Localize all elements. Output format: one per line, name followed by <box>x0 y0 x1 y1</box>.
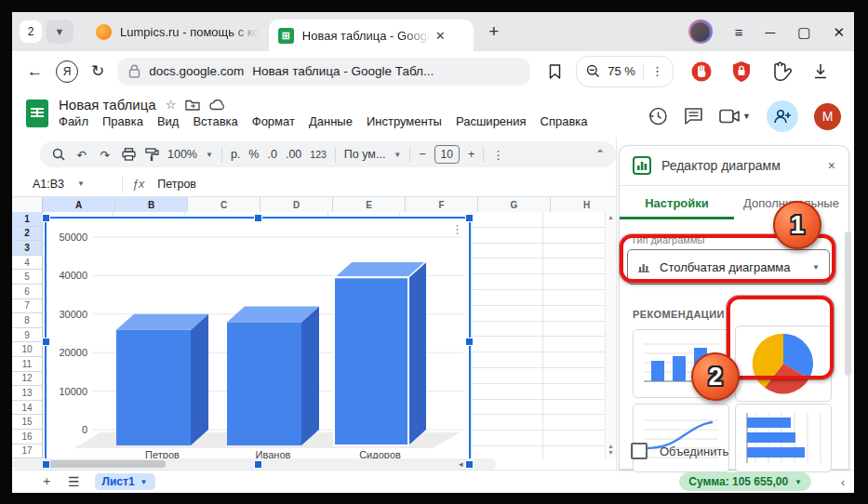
version-history-icon[interactable] <box>648 106 668 126</box>
browser-menu-icon[interactable]: ≡ <box>735 25 743 39</box>
combine-checkbox[interactable] <box>631 443 648 459</box>
decrease-font-size-button[interactable]: − <box>419 148 425 161</box>
new-tab-button[interactable]: + <box>481 19 507 45</box>
back-icon[interactable]: ← <box>27 62 43 81</box>
chart-resize-handle[interactable] <box>465 214 474 222</box>
column-header-E[interactable]: E <box>333 197 406 212</box>
combine-option[interactable]: Объединить <box>631 443 728 459</box>
horizontal-bar-chart-thumbnail[interactable] <box>735 404 832 472</box>
row-header-7[interactable]: 7 <box>12 299 42 314</box>
sheet-tab-list1[interactable]: Лист1 ▼ <box>95 473 155 490</box>
menu-Файл[interactable]: Файл <box>59 114 88 128</box>
currency-format-button[interactable]: р. <box>231 148 240 161</box>
row-header-3[interactable]: 3 <box>12 241 42 256</box>
window-minimize-button[interactable]: ─ <box>766 25 776 39</box>
chart-resize-handle[interactable] <box>42 338 50 346</box>
row-header-13[interactable]: 13 <box>12 386 42 401</box>
tab-close-icon[interactable]: ✕ <box>435 29 446 43</box>
row-header-4[interactable]: 4 <box>12 256 42 271</box>
vertical-scrollbar[interactable]: ▲ ▲▼ <box>605 212 616 458</box>
bookmark-icon[interactable] <box>547 63 563 80</box>
scroll-up-icon[interactable]: ▲ <box>608 214 614 220</box>
row-header-16[interactable]: 16 <box>12 430 42 444</box>
chart-resize-handle[interactable] <box>465 338 474 346</box>
embedded-chart[interactable]: 01000020000300004000050000ПетровИвановСи… <box>45 217 471 466</box>
column-header-C[interactable]: C <box>188 197 260 212</box>
document-title[interactable]: Новая таблица <box>59 97 156 113</box>
reload-icon[interactable]: ↻ <box>91 61 104 81</box>
menu-Формат[interactable]: Формат <box>252 114 295 128</box>
zoom-control[interactable]: 75 % ⋮ <box>576 56 674 87</box>
chart-resize-handle[interactable] <box>42 214 50 222</box>
account-avatar[interactable]: M <box>814 103 841 130</box>
row-header-2[interactable]: 2 <box>12 227 42 242</box>
chart-resize-handle[interactable] <box>465 460 474 469</box>
paint-format-icon[interactable] <box>144 148 159 162</box>
row-header-15[interactable]: 15 <box>12 415 42 430</box>
star-icon[interactable]: ☆ <box>166 98 177 112</box>
column-header-B[interactable]: B <box>115 197 188 212</box>
chart-more-icon[interactable]: ⋮ <box>451 222 464 236</box>
print-icon[interactable] <box>121 148 136 161</box>
name-box[interactable]: A1:B3 ▼ <box>12 178 113 191</box>
column-header-D[interactable]: D <box>260 197 333 212</box>
scrollbar-thumb[interactable] <box>42 460 166 468</box>
tab-lumpics[interactable]: Lumpics.ru - помощь с ко <box>87 12 269 51</box>
window-close-button[interactable]: ✕ <box>833 25 845 39</box>
move-folder-icon[interactable] <box>185 99 200 111</box>
browser-profile-avatar[interactable] <box>688 20 713 44</box>
increase-font-size-button[interactable]: + <box>468 148 474 161</box>
decrease-decimal-button[interactable]: .0 <box>267 148 276 161</box>
close-panel-icon[interactable]: × <box>828 158 835 173</box>
tab-list-chevron[interactable]: ▼ <box>46 20 73 44</box>
share-button[interactable] <box>767 100 798 132</box>
cloud-status-icon[interactable] <box>209 99 226 111</box>
formula-input[interactable]: Петров <box>157 178 196 191</box>
scroll-down-icon[interactable]: ▼ <box>608 449 614 457</box>
menu-Данные[interactable]: Данные <box>309 114 353 128</box>
collapse-toolbar-icon[interactable]: ⌃ <box>595 148 605 161</box>
yandex-browser-icon[interactable]: Я <box>56 60 78 83</box>
address-more-icon[interactable]: ⋮ <box>651 64 663 78</box>
row-header-6[interactable]: 6 <box>12 285 42 299</box>
gesture-hand-icon[interactable] <box>770 60 794 82</box>
select-all-corner[interactable] <box>12 197 43 212</box>
tab-settings[interactable]: Настройки <box>620 186 734 219</box>
increase-decimal-button[interactable]: .00 <box>286 148 301 161</box>
column-header-G[interactable]: G <box>478 197 551 212</box>
column-header-A[interactable]: A <box>43 197 115 212</box>
row-header-8[interactable]: 8 <box>12 313 42 328</box>
menu-Инструменты[interactable]: Инструменты <box>367 114 442 128</box>
font-size-input[interactable]: 10 <box>434 145 460 164</box>
menu-Вставка[interactable]: Вставка <box>193 114 237 128</box>
comments-icon[interactable] <box>684 107 703 126</box>
redo-icon[interactable]: ↷ <box>98 148 113 162</box>
security-shield-icon[interactable] <box>731 60 752 83</box>
row-header-9[interactable]: 9 <box>12 328 42 343</box>
number-format-button[interactable]: 123 <box>310 149 327 160</box>
window-maximize-button[interactable]: ▢ <box>797 25 810 39</box>
address-field[interactable]: docs.google.com Новая таблица - Google Т… <box>117 58 530 86</box>
menu-Правка[interactable]: Правка <box>102 114 143 128</box>
row-header-5[interactable]: 5 <box>12 270 42 285</box>
row-header-10[interactable]: 10 <box>12 342 42 357</box>
row-header-17[interactable]: 17 <box>12 444 42 459</box>
row-header-12[interactable]: 12 <box>12 372 42 387</box>
chart-resize-handle[interactable] <box>254 460 262 469</box>
column-header-H[interactable]: H <box>551 197 616 212</box>
line-chart-thumbnail[interactable] <box>633 404 729 472</box>
toolbar-more-icon[interactable]: ⋮ <box>492 148 504 162</box>
all-sheets-icon[interactable]: ☰ <box>68 474 80 489</box>
menu-Расширения[interactable]: Расширения <box>456 114 527 128</box>
panel-scrollbar-thumb[interactable] <box>845 232 851 376</box>
zoom-select[interactable]: 100% <box>167 148 197 161</box>
column-header-F[interactable]: F <box>406 197 478 212</box>
menu-Вид[interactable]: Вид <box>157 114 180 128</box>
menu-Справка[interactable]: Справка <box>541 114 588 128</box>
row-header-14[interactable]: 14 <box>12 401 42 416</box>
percent-format-button[interactable]: % <box>248 148 259 161</box>
add-sheet-icon[interactable]: ＋ <box>40 473 53 490</box>
search-icon[interactable] <box>51 148 66 161</box>
collapse-panel-chevron[interactable]: ‹ <box>841 475 845 489</box>
undo-icon[interactable]: ↶ <box>74 148 89 162</box>
